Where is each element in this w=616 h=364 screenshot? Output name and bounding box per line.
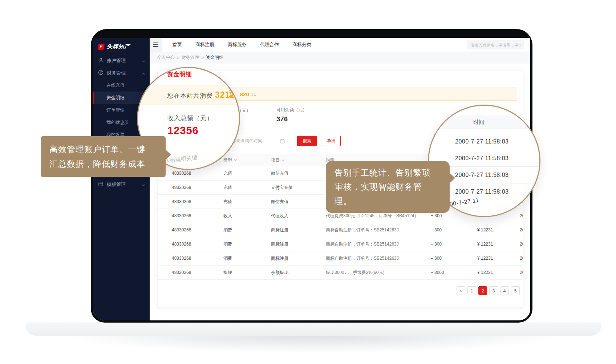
cell-order: 48330268 <box>172 171 223 176</box>
laptop-base <box>25 322 601 336</box>
cell-order: 48330268 <box>172 242 223 247</box>
trademark-search-input[interactable] <box>467 40 524 49</box>
magnified-time-header: 时间 <box>473 119 484 126</box>
table-row: 48330268 消费 商标注册 商标自助注册，订单号：SB2514263J –… <box>158 251 523 266</box>
cell-time: 2000-7-27 11:58:03 <box>520 213 523 218</box>
pagination-prev[interactable]: < <box>457 286 465 295</box>
pagination-page-4[interactable]: 4 <box>500 286 509 295</box>
cell-amount: – 300 <box>431 256 477 261</box>
banner-amount-2: 820 <box>240 91 249 97</box>
template-icon <box>98 181 104 188</box>
pagination-page-2-active[interactable]: 2 <box>478 286 487 295</box>
cell-amount: – 3060 <box>431 270 477 275</box>
magnified-banner-text: 您在本站共消费 <box>167 92 213 99</box>
nav-tab-home[interactable]: 首页 <box>173 41 182 48</box>
cell-desc: 提现3000元，手续费2%(60元) <box>326 270 431 276</box>
breadcrumb-current: 资金明细 <box>206 54 223 61</box>
nav-tab-trademark-register[interactable]: 商标注册 <box>195 41 214 48</box>
cell-project: 代理收入 <box>271 213 326 219</box>
pagination-page-1[interactable]: 1 <box>467 286 476 295</box>
cell-time: 2000-7-27 11:58:03 <box>520 242 523 247</box>
cell-order: 48330268 <box>172 256 223 261</box>
cell-type: 消费 <box>223 227 271 233</box>
breadcrumb-personal-center[interactable]: 个人中心 <box>157 54 175 61</box>
cell-project: 商标注册 <box>271 241 326 247</box>
stat-label: 可用余额（元） <box>276 107 307 113</box>
callout-line: 理。 <box>335 194 441 208</box>
chevron-down-icon <box>142 58 145 64</box>
magnified-card-tab: 资金明细 <box>167 70 192 78</box>
nav-tab-agent[interactable]: 代理合作 <box>260 41 279 48</box>
chevron-down-icon <box>142 182 145 187</box>
stat-value: 376 <box>276 116 307 123</box>
hamburger-menu-icon[interactable] <box>150 38 162 52</box>
breadcrumb-finance[interactable]: 财务管理 <box>182 54 199 61</box>
cell-project: 微信充值 <box>271 199 326 205</box>
table-row: 48330268 消费 商标注册 商标自助注册，订单号：SB2514263J –… <box>158 223 523 237</box>
export-button[interactable]: 导出 <box>322 136 341 146</box>
cell-type: 充值 <box>223 199 271 205</box>
stat-balance: 可用余额（元） 376 <box>276 107 307 123</box>
magnified-time-cell: 2000-7-27 11:58:03 <box>429 133 539 150</box>
breadcrumb-separator: > <box>177 55 179 60</box>
chevron-up-icon <box>142 70 145 76</box>
sidebar-item-label: 模板管理 <box>107 181 138 188</box>
callout-line: 审核，实现智能财务管 <box>335 180 441 194</box>
search-button[interactable]: 搜索 <box>297 136 317 146</box>
cell-balance: ¥ 12231 <box>477 227 520 232</box>
col-header-project-sortable[interactable]: 项目 <box>271 157 326 163</box>
col-header-label: 项目 <box>271 157 280 163</box>
cell-order: 48330268 <box>172 199 223 204</box>
cell-order: 48330268 <box>172 270 223 275</box>
cell-desc: 代理提成300元（ID:1245，订单号：SB45124） <box>326 213 431 219</box>
callout-line: 汇总数据，降低财务成本 <box>49 157 157 171</box>
sidebar-item-finance[interactable]: 财务管理 <box>93 67 150 79</box>
sidebar-item-label: 账户管理 <box>107 57 138 64</box>
cell-balance: ¥ 12231 <box>477 270 520 275</box>
cell-type: 收入 <box>223 213 271 219</box>
pagination: < 1 2 3 4 5 <box>457 286 520 295</box>
callout-line: 告别手工统计、告别繁琐 <box>335 166 441 180</box>
cell-balance: ¥ 12231 <box>477 242 520 247</box>
callout-line: 高效管理账户订单、一键 <box>49 142 157 157</box>
col-header-type-sortable[interactable]: 类型 <box>223 157 271 163</box>
cell-time: 2000-7-27 11:58:03 <box>520 256 523 261</box>
page: F 头牌知产 账户管理 <box>0 0 616 364</box>
logo-subline <box>107 52 123 52</box>
sidebar-item-template[interactable]: 模板管理 <box>93 178 150 191</box>
magnified-income-value: 12356 <box>167 125 199 137</box>
breadcrumb-separator: > <box>201 55 204 60</box>
table-row: 48330268 消费 商标注册 商标自助注册，订单号：SB2514263J –… <box>158 237 523 251</box>
sidebar-item-label: 财务管理 <box>107 70 138 76</box>
pagination-page-5[interactable]: 5 <box>511 286 520 295</box>
cell-desc: 商标自助注册，订单号：SB2514263J <box>326 227 431 233</box>
cell-balance: ¥ 12231 <box>477 256 520 261</box>
logo-text: 头牌知产 <box>107 43 130 50</box>
cell-type: 充值 <box>223 185 271 191</box>
sidebar-item-recharge[interactable]: 在线充值 <box>93 79 150 92</box>
nav-tabs: 首页 商标注册 商标服务 代理合作 商标分类 <box>173 41 311 48</box>
banner-unit: 元 <box>251 91 256 97</box>
user-icon <box>98 57 104 64</box>
cell-project: 余额提现 <box>271 270 326 276</box>
cell-type: 提现 <box>223 270 271 276</box>
table-row: 48330268 提现 余额提现 提现3000元，手续费2%(60元) – 30… <box>158 266 523 280</box>
nav-tab-trademark-service[interactable]: 商标服务 <box>228 41 247 48</box>
top-navbar: 首页 商标注册 商标服务 代理合作 商标分类 <box>150 38 530 52</box>
sort-chevron-icon <box>281 159 285 161</box>
breadcrumb: 个人中心 > 财务管理 > 资金明细 <box>150 52 530 64</box>
cell-order: 48330268 <box>172 227 223 232</box>
calendar-icon[interactable] <box>280 138 285 145</box>
callout-right: 告别手工统计、告别繁琐 审核，实现智能财务管 理。 <box>326 161 450 213</box>
cell-type: 消费 <box>223 255 271 262</box>
cell-time: 2000-7-27 11:58:03 <box>520 227 523 232</box>
cell-project: 支付宝充值 <box>271 185 326 191</box>
magnified-income-label: 收入总额（元） <box>167 114 213 122</box>
cell-type: 消费 <box>223 241 271 247</box>
logo-icon: F <box>98 44 105 50</box>
cell-amount: – 300 <box>431 227 477 232</box>
magnified-banner: 您在本站共消费32124 元 <box>137 85 240 105</box>
nav-tab-classification[interactable]: 商标分类 <box>292 41 311 48</box>
pagination-page-3[interactable]: 3 <box>489 286 498 295</box>
sidebar-item-account[interactable]: 账户管理 <box>93 54 150 67</box>
